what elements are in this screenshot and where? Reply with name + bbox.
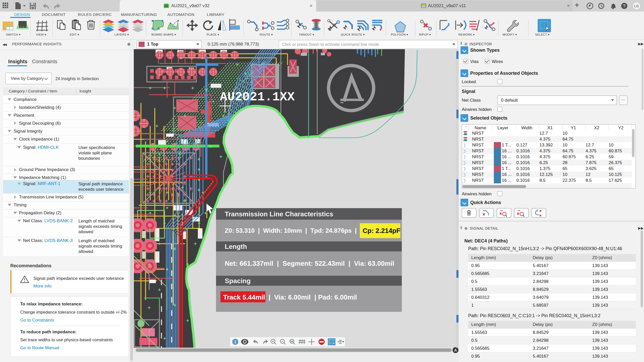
svg-text:LG: LG: [634, 4, 639, 8]
svg-text:?: ?: [623, 4, 626, 8]
svg-text:AU2021.1XX: AU2021.1XX: [220, 90, 295, 104]
svg-text:i: i: [235, 339, 236, 344]
